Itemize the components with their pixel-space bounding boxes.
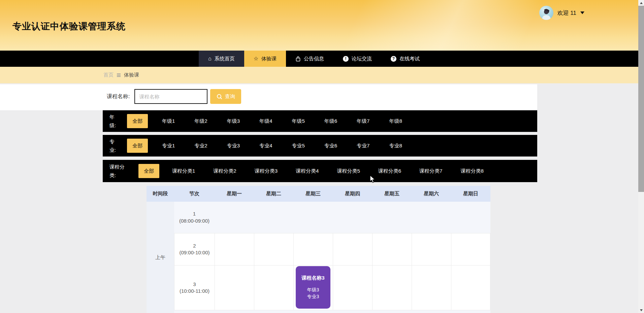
filter-option[interactable]: 全部 [127,114,148,128]
question-icon: ? [391,56,396,62]
bag-icon [295,56,301,62]
scrollbar-thumb[interactable] [638,6,644,192]
timetable-cell[interactable] [412,265,451,310]
course-grade: 年级3 [307,287,319,293]
filter-option[interactable]: 专业5 [286,139,310,153]
filter-option[interactable]: 年级3 [222,114,245,128]
timetable-cell[interactable] [333,265,372,310]
timetable-header: 时间段 节次 星期一 星期二 星期三 星期四 星期五 星期六 星期日 [147,186,490,202]
search-icon [217,94,222,99]
home-icon: ⌂ [208,56,212,61]
timetable-cell[interactable] [372,265,412,310]
col-header-friday: 星期五 [372,191,412,197]
filter-option[interactable]: 专业4 [254,139,278,153]
filter-option[interactable]: 年级6 [319,114,343,128]
tab-experience-course[interactable]: ☆ 体验课 [244,51,286,67]
timetable-cell[interactable] [412,233,451,265]
filter-option[interactable]: 课程分类3 [249,164,283,178]
tab-online-exam[interactable]: ? 在线考试 [381,51,429,67]
filter-option[interactable]: 年级7 [351,114,375,128]
tab-announcements[interactable]: 公告信息 [286,51,333,67]
timetable-cell[interactable] [293,233,333,265]
timetable-cell[interactable] [372,202,412,233]
filter-option[interactable]: 课程分类1 [167,164,200,178]
timetable-body: 1 (08:00-09:00) 2 (09:00-10:00) [174,202,490,313]
timetable-cell[interactable] [451,265,490,310]
timetable-cell[interactable] [333,202,372,233]
filter-option[interactable]: 课程分类8 [455,164,489,178]
course-name-label: 课程名称: [107,93,130,100]
timetable-cell[interactable] [451,233,490,265]
search-button-label: 查询 [225,93,235,100]
timetable-cell[interactable] [215,202,254,233]
filter-grade-options: 全部 年级1 年级2 年级3 年级4 年级5 年级6 年级7 年级8 [127,114,416,128]
course-name-input[interactable] [134,89,207,104]
time-period-cell: 上午 [147,202,174,313]
tab-label: 公告信息 [304,56,324,62]
timetable-cell[interactable] [215,233,254,265]
tab-label: 论坛交流 [352,56,372,62]
scroll-up-icon[interactable] [638,0,644,6]
user-menu[interactable]: 欢迎 11 [539,5,584,20]
filter-category: 课程分类: 全部 课程分类1 课程分类2 课程分类3 课程分类4 课程分类5 课… [103,160,537,182]
breadcrumb-home[interactable]: 首页 [103,72,114,78]
course-card[interactable]: 课程名称3 年级3 专业3 [296,266,330,309]
welcome-text: 欢迎 11 [557,9,576,17]
timetable-cell[interactable] [333,233,372,265]
filter-option[interactable]: 专业1 [157,139,180,153]
vertical-scrollbar[interactable] [638,0,644,313]
col-header-wednesday: 星期三 [293,191,333,197]
filter-option[interactable]: 课程分类5 [331,164,365,178]
filter-option[interactable]: 课程分类2 [208,164,242,178]
col-header-slot: 节次 [174,191,215,197]
tab-system-home[interactable]: ⌂ 系统首页 [199,51,244,67]
table-row: 1 (08:00-09:00) [174,202,490,233]
filter-option[interactable]: 年级8 [384,114,407,128]
timetable-cell[interactable] [215,265,254,310]
timetable-cell[interactable]: 课程名称3 年级3 专业3 [293,265,333,310]
chevron-down-icon[interactable] [580,11,584,14]
filter-option[interactable]: 年级2 [189,114,213,128]
filter-option[interactable]: 全部 [138,164,159,178]
breadcrumb-current: 体验课 [124,72,139,78]
col-header-tuesday: 星期二 [254,191,293,197]
mouse-cursor [370,175,376,183]
tab-label: 体验课 [261,56,277,62]
timetable-cell[interactable] [293,202,333,233]
timetable-cell[interactable] [372,233,412,265]
filter-option[interactable]: 课程分类7 [414,164,448,178]
main-nav: ⌂ 系统首页 ☆ 体验课 公告信息 ! 论坛交流 ? 在线考试 [0,51,638,67]
filter-option[interactable]: 年级4 [254,114,278,128]
timetable-cell[interactable] [254,202,293,233]
table-row: 3 (10:00-11:00) 课程名称3 年级3 专业3 [174,265,490,310]
scroll-down-icon[interactable] [638,307,644,313]
search-button[interactable]: 查询 [210,89,241,104]
header-banner: 专业认证中体验课管理系统 欢迎 11 [0,0,638,51]
filter-option[interactable]: 专业7 [351,139,375,153]
slot-number: 1 [193,210,196,217]
filter-option[interactable]: 专业8 [384,139,407,153]
slot-number: 2 [193,243,196,249]
slot-time: (09:00-10:00) [179,249,211,256]
course-major: 专业3 [307,293,319,300]
table-row: 2 (09:00-10:00) [174,233,490,265]
timetable-cell[interactable] [412,202,451,233]
filter-option[interactable]: 专业6 [319,139,343,153]
timetable-cell[interactable] [451,202,490,233]
timetable-cell[interactable] [254,265,293,310]
filter-major: 专业: 全部 专业1 专业2 专业3 专业4 专业5 专业6 专业7 专业8 [103,135,537,156]
filter-option[interactable]: 课程分类6 [373,164,407,178]
filter-option[interactable]: 课程分类4 [290,164,324,178]
timetable-cell[interactable] [254,233,293,265]
slot-time: (08:00-09:00) [179,218,210,224]
filter-major-options: 全部 专业1 专业2 专业3 专业4 专业5 专业6 专业7 专业8 [127,139,416,153]
filter-grade: 年级: 全部 年级1 年级2 年级3 年级4 年级5 年级6 年级7 年级8 [103,110,537,132]
filter-option[interactable]: 年级1 [157,114,180,128]
filter-option[interactable]: 全部 [127,139,148,153]
col-header-time-period: 时间段 [147,191,174,197]
tab-forum[interactable]: ! 论坛交流 [333,51,381,67]
filter-option[interactable]: 年级5 [286,114,310,128]
avatar[interactable] [539,6,553,20]
filter-option[interactable]: 专业3 [222,139,245,153]
filter-option[interactable]: 专业2 [189,139,213,153]
